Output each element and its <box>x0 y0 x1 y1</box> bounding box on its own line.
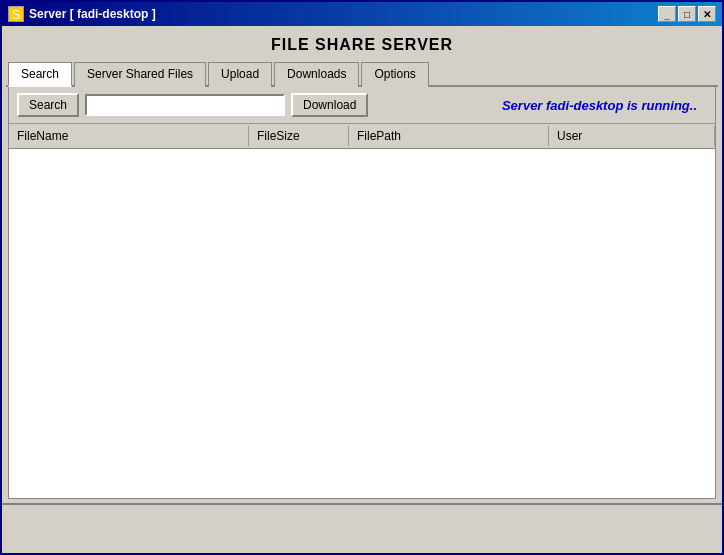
minimize-button[interactable]: _ <box>658 6 676 22</box>
window-icon: S <box>8 6 24 22</box>
title-bar: S Server [ fadi-desktop ] _ □ ✕ <box>2 2 722 26</box>
column-user: User <box>549 126 715 146</box>
download-button[interactable]: Download <box>291 93 368 117</box>
tab-server-shared-files[interactable]: Server Shared Files <box>74 62 206 87</box>
search-button[interactable]: Search <box>17 93 79 117</box>
status-text: Server fadi-desktop is running.. <box>502 98 707 113</box>
tab-bar: Search Server Shared Files Upload Downlo… <box>6 58 718 87</box>
tab-upload[interactable]: Upload <box>208 62 272 87</box>
window-title: Server [ fadi-desktop ] <box>29 7 156 21</box>
title-bar-buttons: _ □ ✕ <box>658 6 716 22</box>
table-body <box>9 149 715 498</box>
tab-options[interactable]: Options <box>361 62 428 87</box>
tab-search[interactable]: Search <box>8 62 72 87</box>
main-window: S Server [ fadi-desktop ] _ □ ✕ FILE SHA… <box>0 0 724 555</box>
title-bar-left: S Server [ fadi-desktop ] <box>8 6 156 22</box>
window-icon-label: S <box>12 7 21 22</box>
column-filesize: FileSize <box>249 126 349 146</box>
window-content: FILE SHARE SERVER Search Server Shared F… <box>2 26 722 503</box>
table-header: FileName FileSize FilePath User <box>9 124 715 149</box>
app-title: FILE SHARE SERVER <box>6 30 718 58</box>
main-panel: Search Download Server fadi-desktop is r… <box>8 87 716 499</box>
bottom-bar <box>2 503 722 553</box>
column-filepath: FilePath <box>349 126 549 146</box>
close-button[interactable]: ✕ <box>698 6 716 22</box>
search-input[interactable] <box>85 94 285 116</box>
maximize-button[interactable]: □ <box>678 6 696 22</box>
tab-downloads[interactable]: Downloads <box>274 62 359 87</box>
column-filename: FileName <box>9 126 249 146</box>
search-bar: Search Download Server fadi-desktop is r… <box>9 87 715 124</box>
